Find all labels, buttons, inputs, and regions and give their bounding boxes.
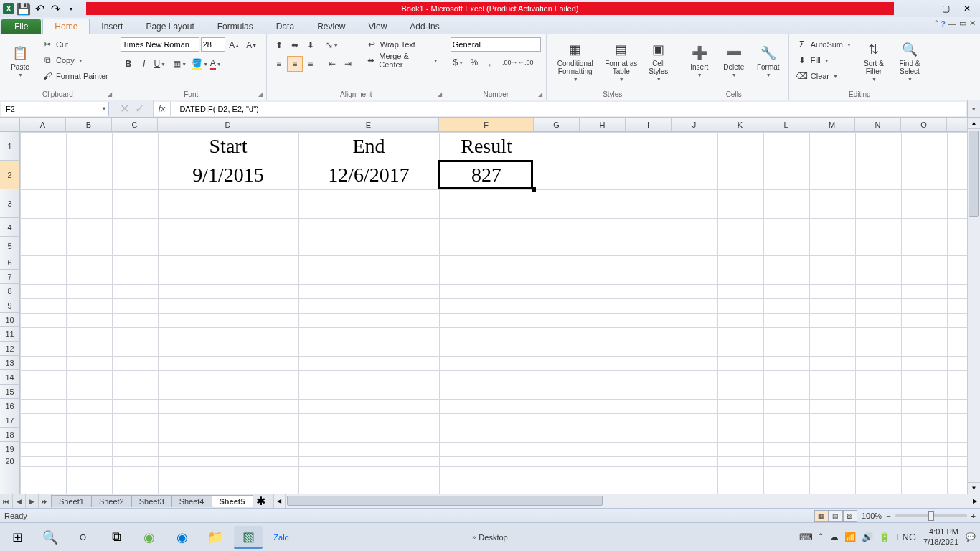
qat-save-icon[interactable]: 💾 bbox=[17, 2, 30, 15]
dialog-launcher-icon[interactable]: ◢ bbox=[256, 90, 265, 98]
row-header-20[interactable]: 20 bbox=[0, 456, 19, 466]
merge-center-button[interactable]: ⬌Merge & Center▼ bbox=[363, 53, 441, 67]
cell-F1[interactable]: Result bbox=[439, 132, 534, 161]
col-header-C[interactable]: C bbox=[112, 118, 158, 131]
tab-review[interactable]: Review bbox=[306, 19, 357, 34]
new-sheet-button[interactable]: ✱ bbox=[253, 494, 269, 508]
cortana-icon[interactable]: ○ bbox=[69, 526, 98, 549]
dialog-launcher-icon[interactable]: ◢ bbox=[536, 90, 545, 98]
app-excel-icon[interactable]: ▧ bbox=[234, 526, 263, 549]
view-normal-icon[interactable]: ▦ bbox=[814, 510, 829, 522]
app-zalo-icon[interactable]: Zalo bbox=[267, 526, 296, 549]
col-header-G[interactable]: G bbox=[534, 118, 580, 131]
sort-filter-button[interactable]: ⇅Sort & Filter▼ bbox=[857, 37, 890, 85]
cell-styles-button[interactable]: ▣Cell Styles▼ bbox=[643, 37, 674, 85]
app-explorer-icon[interactable]: 📁 bbox=[201, 526, 230, 549]
file-tab[interactable]: File bbox=[1, 19, 41, 34]
expand-formula-bar-icon[interactable]: ▾ bbox=[967, 100, 980, 117]
copy-button[interactable]: ⧉Copy▼ bbox=[39, 53, 111, 67]
format-cells-button[interactable]: 🔧Format▼ bbox=[753, 37, 784, 85]
sheet-tab-sheet3[interactable]: Sheet3 bbox=[131, 495, 172, 507]
row-header-2[interactable]: 2 bbox=[0, 161, 19, 189]
app-coccoc-icon[interactable]: ◉ bbox=[135, 526, 164, 549]
cell-D2[interactable]: 9/1/2015 bbox=[158, 161, 298, 189]
col-header-K[interactable]: K bbox=[717, 118, 763, 131]
scroll-right-icon[interactable]: ▶ bbox=[969, 494, 980, 508]
cells-grid[interactable]: StartEndResult9/1/201512/6/2017827 bbox=[20, 132, 967, 494]
increase-decimal-icon[interactable]: .00→ bbox=[502, 55, 518, 70]
row-header-3[interactable]: 3 bbox=[0, 189, 19, 218]
autosum-button[interactable]: ΣAutoSum▼ bbox=[793, 37, 854, 52]
task-view-icon[interactable]: ⧉ bbox=[102, 526, 131, 549]
zoom-in-icon[interactable]: + bbox=[971, 512, 976, 520]
col-header-F[interactable]: F bbox=[439, 118, 534, 131]
col-header-N[interactable]: N bbox=[855, 118, 901, 131]
zoom-out-icon[interactable]: − bbox=[886, 512, 890, 520]
doc-close-icon[interactable]: ✕ bbox=[969, 19, 976, 28]
fx-icon[interactable]: fx bbox=[154, 102, 171, 116]
cell-E2[interactable]: 12/6/2017 bbox=[298, 161, 439, 189]
comma-icon[interactable]: , bbox=[482, 55, 498, 70]
decrease-indent-icon[interactable]: ⇤ bbox=[324, 56, 340, 72]
cell-E1[interactable]: End bbox=[298, 132, 439, 161]
vertical-scrollbar[interactable]: ▲ ▼ bbox=[967, 118, 980, 494]
tray-lang[interactable]: ENG bbox=[896, 532, 916, 542]
tab-view[interactable]: View bbox=[357, 19, 399, 34]
align-bottom-icon[interactable]: ⬇ bbox=[303, 37, 319, 53]
tray-onedrive-icon[interactable]: ☁ bbox=[829, 532, 839, 542]
tab-insert[interactable]: Insert bbox=[90, 19, 134, 34]
sheet-tab-sheet5[interactable]: Sheet5 bbox=[212, 495, 253, 507]
doc-restore-icon[interactable]: ▭ bbox=[959, 19, 966, 28]
col-header-E[interactable]: E bbox=[298, 118, 439, 131]
close-button[interactable]: ✕ bbox=[957, 1, 977, 16]
row-header-14[interactable]: 14 bbox=[0, 370, 19, 385]
row-header-10[interactable]: 10 bbox=[0, 313, 19, 327]
scroll-thumb[interactable] bbox=[969, 131, 979, 217]
scroll-up-icon[interactable]: ▲ bbox=[968, 118, 980, 129]
tray-chevron-icon[interactable]: ˄ bbox=[819, 532, 824, 542]
increase-indent-icon[interactable]: ⇥ bbox=[340, 56, 356, 72]
chevron-down-icon[interactable]: ▼ bbox=[101, 105, 107, 112]
tab-home[interactable]: Home bbox=[42, 19, 90, 34]
format-as-table-button[interactable]: ▤Format as Table▼ bbox=[603, 37, 640, 85]
clear-button[interactable]: ⌫Clear▼ bbox=[793, 69, 854, 83]
view-page-layout-icon[interactable]: ▤ bbox=[829, 510, 843, 522]
tab-data[interactable]: Data bbox=[265, 19, 306, 34]
col-header-B[interactable]: B bbox=[66, 118, 112, 131]
tray-battery-icon[interactable]: 🔋 bbox=[879, 532, 890, 542]
row-header-7[interactable]: 7 bbox=[0, 270, 19, 284]
orientation-icon[interactable]: ⤡▼ bbox=[324, 37, 340, 53]
row-header-5[interactable]: 5 bbox=[0, 237, 19, 255]
maximize-button[interactable]: ▢ bbox=[936, 1, 956, 16]
show-desktop-label[interactable]: Desktop bbox=[479, 533, 507, 542]
horizontal-scrollbar[interactable]: ◀ ▶ bbox=[273, 494, 980, 508]
cut-button[interactable]: ✂Cut bbox=[39, 37, 111, 52]
align-center-icon[interactable]: ≡ bbox=[287, 56, 303, 72]
notifications-icon[interactable]: 💬 bbox=[966, 532, 976, 542]
row-header-19[interactable]: 19 bbox=[0, 442, 19, 456]
row-header-17[interactable]: 17 bbox=[0, 413, 19, 428]
col-header-J[interactable]: J bbox=[672, 118, 717, 131]
qat-undo-icon[interactable]: ↶ bbox=[33, 2, 46, 15]
name-box[interactable]: F2▼ bbox=[1, 102, 109, 116]
currency-icon[interactable]: $▼ bbox=[451, 55, 466, 70]
dialog-launcher-icon[interactable]: ◢ bbox=[105, 90, 114, 98]
row-header-6[interactable]: 6 bbox=[0, 255, 19, 270]
italic-button[interactable]: I bbox=[136, 56, 152, 72]
zoom-level[interactable]: 100% bbox=[862, 512, 882, 520]
bold-button[interactable]: B bbox=[121, 56, 136, 72]
tray-volume-icon[interactable]: 🔊 bbox=[862, 532, 873, 542]
taskbar-overflow-icon[interactable]: » bbox=[472, 534, 476, 541]
conditional-formatting-button[interactable]: ▦Conditional Formatting▼ bbox=[551, 37, 600, 85]
cell-F2[interactable]: 827 bbox=[439, 161, 534, 189]
tab-nav-last-icon[interactable]: ⏭ bbox=[39, 494, 52, 508]
row-header-16[interactable]: 16 bbox=[0, 399, 19, 413]
taskbar-clock[interactable]: 4:01 PM 7/18/2021 bbox=[923, 527, 958, 546]
col-header-O[interactable]: O bbox=[901, 118, 947, 131]
scroll-down-icon[interactable]: ▼ bbox=[968, 482, 980, 494]
tab-nav-prev-icon[interactable]: ◀ bbox=[13, 494, 26, 508]
row-header-15[interactable]: 15 bbox=[0, 385, 19, 399]
row-header-12[interactable]: 12 bbox=[0, 342, 19, 356]
delete-cells-button[interactable]: ➖Delete▼ bbox=[718, 37, 750, 85]
row-header-4[interactable]: 4 bbox=[0, 218, 19, 237]
